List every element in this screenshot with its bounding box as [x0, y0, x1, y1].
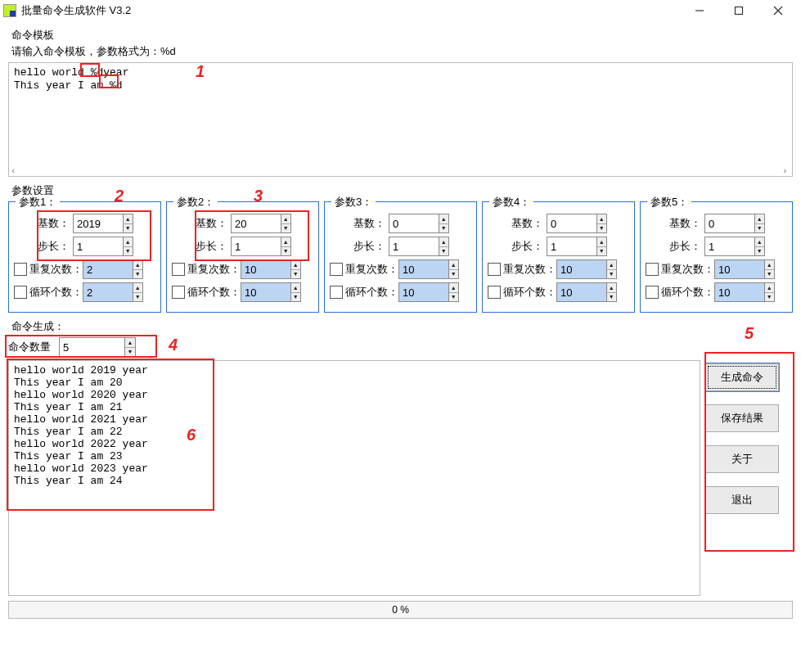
- spin-down-icon[interactable]: ▼: [439, 247, 448, 256]
- spin-down-icon[interactable]: ▼: [125, 348, 135, 357]
- spin-down-icon[interactable]: ▼: [607, 293, 616, 302]
- param1-repeat-input[interactable]: [83, 260, 133, 278]
- scroll-right-icon[interactable]: ›: [782, 165, 790, 173]
- save-button[interactable]: 保存结果: [705, 404, 779, 432]
- param1-repeat-checkbox[interactable]: [14, 263, 27, 276]
- spin-down-icon[interactable]: ▼: [449, 270, 458, 279]
- spin-down-icon[interactable]: ▼: [597, 224, 606, 233]
- param1-loop-checkbox[interactable]: [14, 286, 27, 299]
- spin-up-icon[interactable]: ▲: [124, 214, 133, 224]
- param3-base-input[interactable]: [389, 214, 439, 232]
- param1-step-spinner[interactable]: ▲▼: [73, 237, 133, 256]
- spin-down-icon[interactable]: ▼: [755, 224, 764, 233]
- param3-loop-spinner[interactable]: ▲▼: [398, 282, 459, 302]
- spin-up-icon[interactable]: ▲: [124, 237, 133, 247]
- param3-step-spinner[interactable]: ▲▼: [389, 237, 449, 256]
- output-textarea[interactable]: hello world 2019 year This year I am 20 …: [8, 360, 700, 596]
- param2-repeat-checkbox[interactable]: [172, 263, 185, 276]
- param4-step-input[interactable]: [547, 237, 596, 255]
- count-input[interactable]: [60, 338, 124, 356]
- spin-up-icon[interactable]: ▲: [291, 283, 300, 293]
- spin-up-icon[interactable]: ▲: [755, 214, 764, 224]
- param2-loop-checkbox[interactable]: [172, 286, 185, 299]
- maximize-button[interactable]: [719, 0, 758, 21]
- param2-repeat-input[interactable]: [241, 260, 290, 278]
- param4-loop-spinner[interactable]: ▲▼: [556, 282, 617, 302]
- param4-base-spinner[interactable]: ▲▼: [547, 214, 607, 233]
- param1-repeat-spinner[interactable]: ▲▼: [83, 259, 143, 279]
- param2-repeat-spinner[interactable]: ▲▼: [241, 259, 301, 279]
- param4-repeat-checkbox[interactable]: [488, 263, 501, 276]
- spin-up-icon[interactable]: ▲: [449, 260, 458, 270]
- spin-up-icon[interactable]: ▲: [607, 260, 616, 270]
- param3-loop-checkbox[interactable]: [330, 286, 343, 299]
- scroll-left-icon[interactable]: ‹: [11, 165, 19, 173]
- spin-down-icon[interactable]: ▼: [597, 247, 606, 256]
- param3-repeat-spinner[interactable]: ▲▼: [398, 259, 459, 279]
- param5-base-spinner[interactable]: ▲▼: [704, 214, 765, 233]
- spin-down-icon[interactable]: ▼: [281, 224, 290, 233]
- spin-down-icon[interactable]: ▼: [755, 247, 764, 256]
- param5-repeat-input[interactable]: [715, 260, 764, 278]
- param2-base-spinner[interactable]: ▲▼: [231, 214, 291, 233]
- spin-down-icon[interactable]: ▼: [133, 293, 142, 302]
- spin-up-icon[interactable]: ▲: [281, 237, 290, 247]
- param3-step-input[interactable]: [389, 237, 439, 255]
- spin-up-icon[interactable]: ▲: [607, 283, 616, 293]
- spin-down-icon[interactable]: ▼: [607, 270, 616, 279]
- param2-loop-spinner[interactable]: ▲▼: [241, 282, 301, 302]
- spin-up-icon[interactable]: ▲: [597, 237, 606, 247]
- param1-base-input[interactable]: [74, 214, 123, 232]
- spin-down-icon[interactable]: ▼: [291, 293, 300, 302]
- spin-down-icon[interactable]: ▼: [133, 270, 142, 279]
- param5-base-input[interactable]: [705, 214, 754, 232]
- param4-repeat-spinner[interactable]: ▲▼: [556, 259, 617, 279]
- param1-loop-input[interactable]: [83, 283, 133, 301]
- spin-up-icon[interactable]: ▲: [765, 260, 774, 270]
- count-spinner[interactable]: ▲▼: [59, 337, 136, 357]
- minimize-button[interactable]: [680, 0, 719, 21]
- spin-down-icon[interactable]: ▼: [124, 224, 133, 233]
- param1-step-input[interactable]: [74, 237, 123, 255]
- spin-up-icon[interactable]: ▲: [291, 260, 300, 270]
- param2-step-input[interactable]: [232, 237, 281, 255]
- param2-loop-input[interactable]: [241, 283, 290, 301]
- exit-button[interactable]: 退出: [705, 486, 779, 514]
- param2-step-spinner[interactable]: ▲▼: [231, 237, 291, 256]
- param4-base-input[interactable]: [547, 214, 596, 232]
- param5-repeat-spinner[interactable]: ▲▼: [714, 259, 775, 279]
- param5-step-input[interactable]: [705, 237, 754, 255]
- param5-loop-spinner[interactable]: ▲▼: [714, 282, 775, 302]
- spin-down-icon[interactable]: ▼: [765, 270, 774, 279]
- param5-repeat-checkbox[interactable]: [646, 263, 659, 276]
- param4-loop-input[interactable]: [557, 283, 606, 301]
- param4-step-spinner[interactable]: ▲▼: [547, 237, 607, 256]
- spin-down-icon[interactable]: ▼: [291, 270, 300, 279]
- spin-up-icon[interactable]: ▲: [439, 214, 448, 224]
- param1-loop-spinner[interactable]: ▲▼: [83, 282, 143, 302]
- param5-step-spinner[interactable]: ▲▼: [704, 237, 765, 256]
- spin-down-icon[interactable]: ▼: [765, 293, 774, 302]
- param1-base-spinner[interactable]: ▲▼: [73, 214, 133, 233]
- generate-button[interactable]: 生成命令: [705, 363, 779, 391]
- param3-repeat-checkbox[interactable]: [330, 263, 343, 276]
- template-textarea[interactable]: hello world %d year This year I am %d 1 …: [8, 62, 793, 177]
- param5-loop-checkbox[interactable]: [646, 286, 659, 299]
- spin-down-icon[interactable]: ▼: [281, 247, 290, 256]
- param2-base-input[interactable]: [232, 214, 281, 232]
- spin-up-icon[interactable]: ▲: [125, 338, 135, 348]
- spin-down-icon[interactable]: ▼: [124, 247, 133, 256]
- spin-up-icon[interactable]: ▲: [765, 283, 774, 293]
- horizontal-scrollbar[interactable]: ‹ ›: [11, 163, 790, 174]
- param4-repeat-input[interactable]: [557, 260, 606, 278]
- spin-up-icon[interactable]: ▲: [133, 283, 142, 293]
- param4-loop-checkbox[interactable]: [488, 286, 501, 299]
- spin-up-icon[interactable]: ▲: [281, 214, 290, 224]
- spin-down-icon[interactable]: ▼: [439, 224, 448, 233]
- param5-loop-input[interactable]: [715, 283, 764, 301]
- spin-down-icon[interactable]: ▼: [449, 293, 458, 302]
- param3-repeat-input[interactable]: [399, 260, 448, 278]
- spin-up-icon[interactable]: ▲: [597, 214, 606, 224]
- spin-up-icon[interactable]: ▲: [449, 283, 458, 293]
- spin-up-icon[interactable]: ▲: [755, 237, 764, 247]
